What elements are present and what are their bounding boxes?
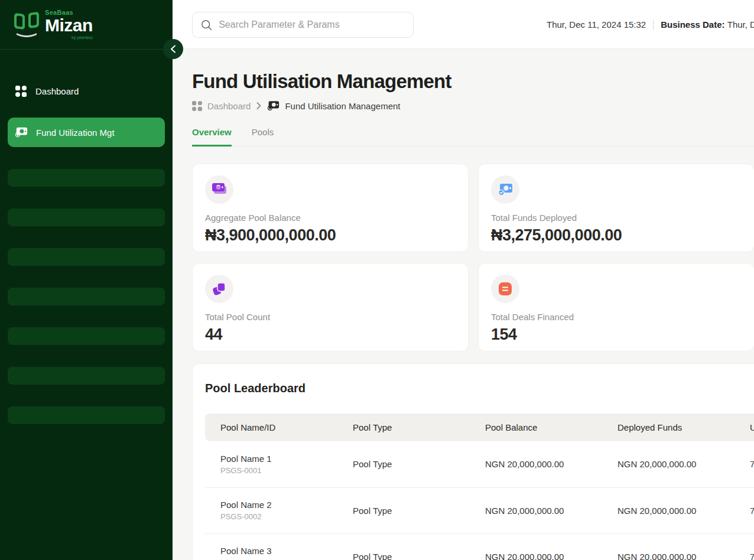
brand-logo: SeaBaas Mizan by peerless: [0, 0, 173, 49]
pool-id: PSGS-0002: [220, 512, 337, 521]
pool-id: PSGS-0001: [220, 466, 337, 475]
column-header-utilization: Utilization: [734, 414, 754, 441]
sidebar-skeleton-list: [0, 169, 173, 424]
stat-card-total-deals-financed: Total Deals Financed 154: [478, 263, 754, 351]
sidebar-skeleton-bar: [8, 288, 165, 305]
sidebar-item-dashboard[interactable]: Dashboard: [0, 80, 173, 102]
sidebar-skeleton-bar: [8, 209, 165, 226]
stat-icon-circle: [205, 275, 233, 303]
sidebar-skeleton-bar: [8, 169, 165, 187]
stat-label: Total Funds Deployed: [491, 213, 742, 223]
tab-overview[interactable]: Overview: [192, 127, 232, 146]
top-bar: Thur, Dec 11, 2024 15:32 Business Date: …: [173, 0, 754, 49]
pool-name: Pool Name 1: [220, 454, 337, 464]
business-date-value: Thur, Dec 11, 2024: [727, 19, 754, 30]
breadcrumb-current: Fund Utilisation Management: [267, 100, 400, 111]
deployed-funds: NGN 20,000,000.00: [602, 441, 734, 487]
wallet-check-icon: [498, 183, 513, 196]
pool-name: Pool Name 3: [220, 546, 337, 556]
date-block: Thur, Dec 11, 2024 15:32 Business Date: …: [547, 0, 754, 49]
table-row[interactable]: Pool Name 1 PSGS-0001 Pool Type NGN 20,0…: [205, 441, 754, 487]
stat-card-total-pool-count: Total Pool Count 44: [192, 263, 469, 351]
grid-icon: [192, 101, 202, 111]
sidebar-skeleton-bar: [8, 248, 165, 266]
pool-name: Pool Name 2: [220, 500, 337, 510]
sidebar-collapse-button[interactable]: [163, 39, 183, 59]
search-box[interactable]: [192, 12, 414, 38]
stat-icon-circle: [491, 175, 519, 204]
deals-list-icon: [498, 282, 512, 296]
deployed-funds: NGN 20,000,000.00: [602, 487, 734, 533]
date-separator: [653, 19, 654, 30]
search-icon: [201, 19, 212, 31]
stat-icon-circle: [491, 275, 519, 303]
sidebar-skeleton-bar: [8, 406, 165, 424]
sidebar-item-fund-utilization[interactable]: Fund Utilization Mgt: [8, 118, 165, 147]
table-row[interactable]: Pool Name 2 PSGS-0002 Pool Type NGN 20,0…: [205, 487, 754, 533]
breadcrumb: Dashboard Fund Utilisation Management: [192, 100, 754, 111]
stat-label: Total Pool Count: [205, 312, 456, 322]
utilization: 70%: [734, 441, 754, 487]
stat-value: 44: [205, 325, 456, 344]
pool-leaderboard-title: Pool Leaderboard: [205, 382, 754, 395]
pool-leaderboard-table: Pool Name/ID Pool Type Pool Balance Depl…: [205, 414, 754, 560]
chevron-right-icon: [256, 102, 261, 109]
sidebar-skeleton-bar: [8, 327, 165, 345]
pool-type: Pool Type: [337, 487, 470, 533]
column-header-pool-balance: Pool Balance: [470, 414, 602, 441]
stat-value: ₦3,900,000,000.00: [205, 226, 456, 245]
table-row[interactable]: Pool Name 3 PSGS-0003 Pool Type NGN 20,0…: [205, 533, 754, 560]
stat-icon-circle: [205, 175, 233, 204]
current-datetime: Thur, Dec 11, 2024 15:32: [547, 19, 646, 30]
pool-type: Pool Type: [337, 441, 470, 487]
utilization: 70%: [734, 487, 754, 533]
pool-balance: NGN 20,000,000.00: [470, 441, 602, 487]
stat-card-aggregate-pool-balance: Aggregate Pool Balance ₦3,900,000,000.00: [192, 164, 469, 252]
table-header-row: Pool Name/ID Pool Type Pool Balance Depl…: [205, 414, 754, 441]
sidebar-item-label: Fund Utilization Mgt: [36, 128, 115, 138]
sidebar-item-label: Dashboard: [35, 86, 79, 96]
seabaas-logo-icon: [13, 9, 40, 38]
sidebar: SeaBaas Mizan by peerless Dashboard: [0, 0, 173, 560]
brand-name: Mizan: [45, 17, 93, 34]
main-content: Fund Utilisation Management Dashboard: [173, 49, 754, 560]
chevron-left-icon: [170, 45, 176, 53]
utilization: 70%: [734, 533, 754, 560]
page-title: Fund Utilisation Management: [192, 70, 754, 93]
tab-pools[interactable]: Pools: [252, 127, 274, 146]
column-header-pool-type: Pool Type: [337, 414, 470, 441]
pool-balance: NGN 20,000,000.00: [470, 487, 602, 533]
sidebar-skeleton-bar: [8, 367, 165, 385]
breadcrumb-label: Fund Utilisation Management: [285, 101, 400, 111]
sidebar-nav: Dashboard Fund Utilization Mgt: [0, 49, 173, 424]
business-date: Business Date: Thur, Dec 11, 2024: [661, 19, 754, 30]
grid-icon: [14, 84, 27, 97]
column-header-pool-name: Pool Name/ID: [205, 414, 337, 441]
copy-stack-icon: [212, 282, 226, 296]
stat-label: Aggregate Pool Balance: [205, 213, 456, 223]
stat-value: ₦3,275,000,000.00: [491, 226, 742, 245]
stats-grid: Aggregate Pool Balance ₦3,900,000,000.00…: [192, 164, 754, 351]
business-date-label: Business Date:: [661, 19, 724, 30]
breadcrumb-dashboard[interactable]: Dashboard: [192, 101, 251, 111]
pool-leaderboard-card: Pool Leaderboard Pool Name/ID Pool Type …: [192, 363, 754, 560]
sidebar-divider: [0, 49, 173, 50]
brand-byline: by peerless: [45, 35, 93, 40]
stat-value: 154: [491, 325, 742, 344]
pool-type: Pool Type: [337, 533, 470, 560]
breadcrumb-label: Dashboard: [207, 101, 251, 111]
pool-balance: NGN 20,000,000.00: [470, 533, 602, 560]
search-input[interactable]: [219, 19, 405, 30]
stat-label: Total Deals Financed: [491, 312, 742, 322]
cash-stack-icon: [212, 183, 227, 197]
money-icon: [15, 126, 28, 139]
tabs: Overview Pools: [192, 127, 754, 146]
stat-card-total-funds-deployed: Total Funds Deployed ₦3,275,000,000.00: [478, 164, 754, 252]
money-icon: [267, 100, 280, 111]
column-header-deployed-funds: Deployed Funds: [602, 414, 734, 441]
deployed-funds: NGN 20,000,000.00: [602, 533, 734, 560]
